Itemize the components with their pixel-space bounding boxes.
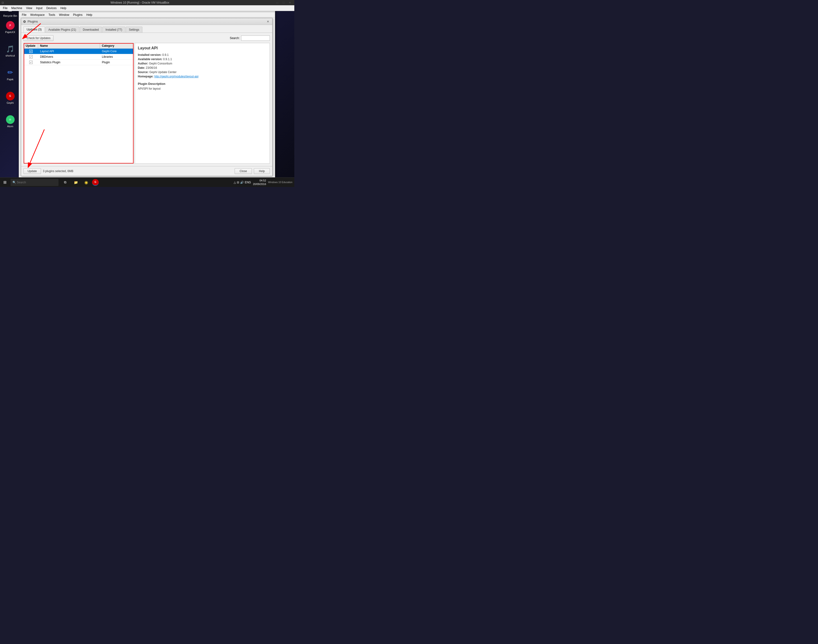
detail-author: Author: Gephi Consortium bbox=[138, 62, 267, 65]
gephi-label: Gephi bbox=[7, 101, 14, 104]
row1-name: Layout API bbox=[38, 49, 100, 54]
task-view-btn[interactable]: ⧉ bbox=[60, 178, 70, 187]
atom-label: Atom bbox=[7, 125, 14, 128]
pajekxx-icon: P bbox=[6, 21, 15, 30]
dialog-footer: Update 3 plugins selected, 6MB Close Hel… bbox=[21, 166, 272, 176]
table-header: Update Name Category bbox=[24, 43, 133, 49]
tab-updates[interactable]: Updates (3) bbox=[23, 26, 45, 32]
tab-bar: Updates (3) Available Plugins (21) Downl… bbox=[21, 25, 272, 33]
gephi-menu-help[interactable]: Help bbox=[84, 13, 94, 17]
row1-category: Gephi Core bbox=[100, 49, 133, 54]
pajek-icon: ✏ bbox=[6, 68, 15, 77]
vbox-menu-view[interactable]: View bbox=[24, 6, 34, 10]
split-area: Update Name Category Layout API bbox=[23, 43, 270, 164]
taskbar-right: △ ⊟ 🔊 ENG 04:52 20/09/2016 Windows 10 Ed… bbox=[234, 179, 294, 186]
vbox-menu-help[interactable]: Help bbox=[58, 6, 68, 10]
gephi-menu-plugins[interactable]: Plugins bbox=[71, 13, 84, 17]
author-label: Author: bbox=[138, 62, 148, 65]
homepage-link[interactable]: http://gephi.org/modules/layout-api bbox=[154, 75, 198, 78]
detail-date: Date: 23/06/16 bbox=[138, 66, 267, 69]
detail-title: Layout API bbox=[138, 46, 267, 50]
col-header-update: Update bbox=[24, 43, 38, 48]
row3-checkbox[interactable] bbox=[29, 61, 32, 64]
notification-icon: △ bbox=[234, 181, 236, 184]
row2-name: DBDrivers bbox=[38, 54, 100, 60]
vbox-menu-machine[interactable]: Machine bbox=[9, 6, 24, 10]
gephi-window: G Gephi 0.9.1 — □ ✕ File Workspace Tools… bbox=[19, 5, 275, 187]
tab-settings[interactable]: Settings bbox=[126, 27, 142, 32]
table-row[interactable]: Layout API Gephi Core bbox=[24, 49, 133, 54]
gephi-menu-window[interactable]: Window bbox=[57, 13, 71, 17]
tab-available-plugins[interactable]: Available Plugins (21) bbox=[45, 27, 79, 32]
taskbar-gephi-icon[interactable]: G bbox=[92, 179, 99, 186]
dialog-close-btn[interactable]: ✕ bbox=[265, 19, 270, 24]
taskbar-apps: ⧉ 📁 ◉ G bbox=[60, 178, 99, 187]
update-button[interactable]: Update bbox=[23, 168, 41, 174]
taskbar-folder-icon[interactable]: 📁 bbox=[71, 178, 81, 187]
plugin-description-title: Plugin Description bbox=[138, 82, 267, 86]
row3-category: Plugin bbox=[100, 60, 133, 65]
sound-icon: 🔊 bbox=[240, 181, 244, 184]
gephi-menu-file[interactable]: File bbox=[20, 13, 28, 17]
vbox-menu-devices[interactable]: Devices bbox=[44, 6, 58, 10]
dialog-title: Plugins bbox=[28, 20, 265, 23]
author-value: Gephi Consortium bbox=[149, 62, 172, 65]
source-value: Gephi Update Center bbox=[149, 71, 176, 74]
tray-icons: △ ⊟ 🔊 ENG bbox=[234, 181, 251, 184]
row1-checkbox[interactable] bbox=[29, 50, 32, 53]
installed-version-label: Installed version: bbox=[138, 53, 162, 57]
left-panel: Update Name Category Layout API bbox=[23, 43, 134, 164]
row1-update-cell bbox=[24, 49, 38, 54]
row3-update-cell bbox=[24, 60, 38, 65]
date-label: Date: bbox=[138, 66, 145, 69]
right-panel: Layout API Installed version: 0.9.1 Avai… bbox=[135, 43, 270, 164]
desktop-icon-shortcut[interactable]: 🎵 shortcut bbox=[2, 44, 18, 57]
row2-category: Libraries bbox=[100, 54, 133, 60]
dialog-titlebar: ⚙ Plugins ✕ bbox=[21, 18, 272, 25]
detail-source: Source: Gephi Update Center bbox=[138, 71, 267, 74]
footer-right-buttons: Close Help bbox=[234, 168, 270, 174]
taskbar-chrome-icon[interactable]: ◉ bbox=[81, 178, 91, 187]
desktop-icon-pajek[interactable]: ✏ Pajek bbox=[2, 68, 18, 81]
available-version-value: 0.9.1.1 bbox=[163, 58, 172, 61]
table-row[interactable]: DBDrivers Libraries bbox=[24, 54, 133, 60]
input-indicator: ENG bbox=[245, 181, 251, 184]
vbox-menu-file[interactable]: File bbox=[1, 6, 9, 10]
start-button[interactable]: ⊞ bbox=[0, 178, 9, 187]
vbox-close-btn[interactable]: ✕ bbox=[287, 0, 293, 5]
installed-version-value: 0.9.1 bbox=[162, 53, 169, 57]
toolbar-row: Check for Updates Search: bbox=[23, 35, 270, 41]
taskbar-search[interactable] bbox=[11, 179, 58, 186]
vbox-minimize-btn[interactable]: — bbox=[275, 0, 280, 5]
dialog-content: Check for Updates Search: Update Name Ca… bbox=[21, 33, 272, 166]
desktop-icon-pajekxx[interactable]: P PajekXX bbox=[2, 21, 18, 34]
recycle-bin-label: Recycle Bin bbox=[3, 14, 17, 17]
pajekxx-label: PajekXX bbox=[5, 31, 15, 34]
close-button[interactable]: Close bbox=[234, 168, 252, 174]
taskbar-time[interactable]: 04:52 20/09/2016 bbox=[253, 179, 266, 186]
vbox-menu-input[interactable]: Input bbox=[34, 6, 44, 10]
detail-available-version: Available version: 0.9.1.1 bbox=[138, 58, 267, 61]
table-row[interactable]: Statistics Plugin Plugin bbox=[24, 60, 133, 65]
tab-downloaded[interactable]: Downloaded bbox=[80, 27, 102, 32]
vbox-title: Windows 10 [Running] - Oracle VM Virtual… bbox=[5, 1, 275, 4]
vbox-controls: — □ ✕ bbox=[275, 0, 293, 5]
tab-installed[interactable]: Installed (77) bbox=[102, 27, 125, 32]
clock-date: 20/09/2016 bbox=[253, 182, 266, 186]
search-label: Search: bbox=[230, 37, 240, 40]
plugins-icon: ⚙ bbox=[23, 20, 26, 23]
row2-checkbox[interactable] bbox=[29, 55, 32, 58]
desktop-icons: 🗑 Recycle Bin P PajekXX 🎵 shortcut ✏ Paj… bbox=[2, 5, 18, 128]
gephi-menu-tools[interactable]: Tools bbox=[46, 13, 57, 17]
detail-installed-version: Installed version: 0.9.1 bbox=[138, 53, 267, 57]
taskbar: ⊞ ⧉ 📁 ◉ G △ ⊟ 🔊 ENG 04:52 20/09/2016 Win… bbox=[0, 177, 294, 187]
desktop-icon-atom[interactable]: ⚛ Atom bbox=[2, 115, 18, 128]
search-input[interactable] bbox=[241, 35, 270, 41]
gephi-menu-workspace[interactable]: Workspace bbox=[28, 13, 46, 17]
desktop-icon-gephi[interactable]: G Gephi bbox=[2, 92, 18, 104]
help-button[interactable]: Help bbox=[254, 168, 270, 174]
windows-edition: Windows 10 Education bbox=[268, 181, 293, 184]
vbox-maximize-btn[interactable]: □ bbox=[281, 0, 286, 5]
check-updates-button[interactable]: Check for Updates bbox=[23, 35, 54, 41]
gephi-menubar: File Workspace Tools Window Plugins Help bbox=[19, 12, 275, 17]
